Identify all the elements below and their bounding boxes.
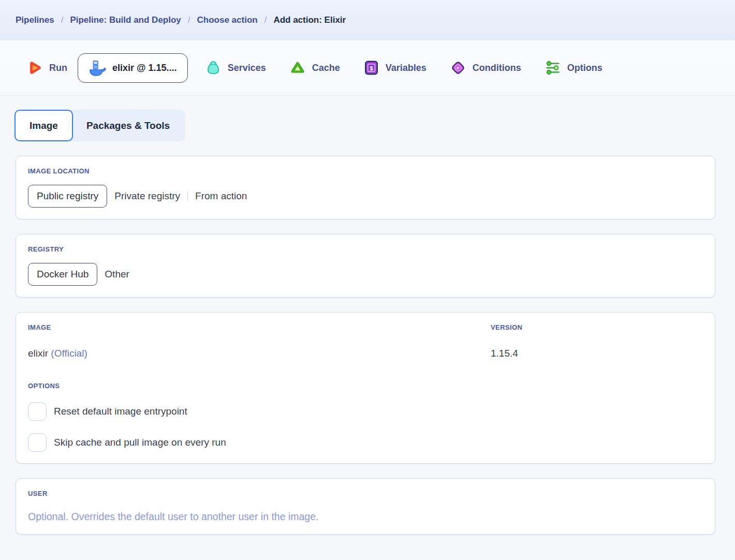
image-settings-card: IMAGE elixir (Official) VERSION 1.15.4 O… bbox=[16, 312, 715, 464]
skip-cache-checkbox[interactable] bbox=[28, 433, 47, 452]
breadcrumb-separator: / bbox=[188, 15, 190, 25]
tab-options[interactable]: Options bbox=[545, 60, 602, 76]
user-card: USER bbox=[16, 478, 715, 535]
option-from-action[interactable]: From action bbox=[188, 190, 254, 202]
version-field[interactable]: 1.15.4 bbox=[491, 348, 703, 359]
play-icon bbox=[27, 60, 42, 76]
tab-run-label: Run bbox=[49, 63, 67, 73]
image-location-title: IMAGE LOCATION bbox=[28, 167, 703, 175]
services-icon bbox=[205, 60, 221, 76]
tab-conditions[interactable]: IF Conditions bbox=[450, 60, 521, 76]
reset-entrypoint-row[interactable]: Reset default image entrypoint bbox=[28, 402, 703, 421]
version-title: VERSION bbox=[491, 323, 703, 331]
breadcrumb-header: Pipelines / Pipeline: Build and Deploy /… bbox=[0, 0, 735, 40]
breadcrumb-separator: / bbox=[61, 15, 64, 25]
tab-services[interactable]: Services bbox=[205, 60, 266, 76]
svg-text:IF: IF bbox=[457, 66, 460, 70]
tab-variables[interactable]: $ Variables bbox=[364, 60, 427, 76]
tab-cache[interactable]: Cache bbox=[290, 60, 340, 76]
variables-icon: $ bbox=[364, 60, 379, 76]
option-other[interactable]: Other bbox=[97, 269, 137, 280]
version-field-column: VERSION 1.15.4 bbox=[491, 323, 703, 359]
breadcrumb-choose-action[interactable]: Choose action bbox=[197, 15, 258, 25]
image-location-options: Public registry Private registry From ac… bbox=[28, 185, 703, 208]
svg-text:$: $ bbox=[370, 65, 373, 71]
reset-entrypoint-label[interactable]: Reset default image entrypoint bbox=[54, 406, 187, 417]
image-options-section: OPTIONS Reset default image entrypoint S… bbox=[28, 382, 703, 452]
cache-icon bbox=[290, 60, 305, 76]
image-location-card: IMAGE LOCATION Public registry Private r… bbox=[16, 156, 715, 219]
option-public-registry[interactable]: Public registry bbox=[28, 185, 107, 208]
tab-cache-label: Cache bbox=[312, 63, 340, 73]
skip-cache-row[interactable]: Skip cache and pull image on every run bbox=[28, 433, 703, 452]
tab-image[interactable]: Image bbox=[14, 110, 73, 141]
options-title: OPTIONS bbox=[28, 382, 703, 390]
tab-services-label: Services bbox=[228, 63, 266, 73]
breadcrumb-pipelines[interactable]: Pipelines bbox=[16, 15, 54, 25]
options-icon bbox=[545, 60, 561, 76]
registry-card: REGISTRY Docker Hub Other bbox=[16, 234, 715, 298]
registry-title: REGISTRY bbox=[28, 245, 703, 253]
docker-icon bbox=[89, 60, 106, 76]
image-name-value: elixir bbox=[28, 348, 48, 359]
breadcrumb-pipeline-build-and-deploy[interactable]: Pipeline: Build and Deploy bbox=[70, 15, 181, 25]
action-tab-bar: Run elixir @ 1.15.... Services Cache $ V… bbox=[0, 40, 735, 96]
official-badge-link[interactable]: (Official) bbox=[51, 348, 87, 359]
image-name-field[interactable]: elixir (Official) bbox=[28, 348, 491, 359]
user-input[interactable] bbox=[28, 511, 703, 523]
image-config-subtabs: Image Packages & Tools bbox=[14, 110, 185, 141]
tab-run[interactable]: Run bbox=[27, 60, 67, 76]
breadcrumb-separator: / bbox=[264, 15, 267, 25]
tab-current-action-label: elixir @ 1.15.... bbox=[112, 63, 177, 73]
registry-options: Docker Hub Other bbox=[28, 263, 703, 286]
option-private-registry[interactable]: Private registry bbox=[107, 190, 187, 202]
image-title: IMAGE bbox=[28, 323, 491, 331]
reset-entrypoint-checkbox[interactable] bbox=[28, 402, 47, 421]
conditions-icon: IF bbox=[450, 60, 466, 76]
breadcrumb: Pipelines / Pipeline: Build and Deploy /… bbox=[16, 15, 346, 25]
tab-conditions-label: Conditions bbox=[473, 63, 521, 73]
tab-current-action-elixir[interactable]: elixir @ 1.15.... bbox=[78, 53, 188, 83]
image-field-column: IMAGE elixir (Official) bbox=[28, 323, 491, 359]
breadcrumb-current-page: Add action: Elixir bbox=[273, 15, 346, 25]
option-docker-hub[interactable]: Docker Hub bbox=[28, 263, 97, 286]
tab-variables-label: Variables bbox=[386, 63, 427, 73]
tab-options-label: Options bbox=[567, 63, 602, 73]
user-title: USER bbox=[28, 490, 703, 497]
skip-cache-label[interactable]: Skip cache and pull image on every run bbox=[54, 437, 226, 448]
tab-packages-and-tools[interactable]: Packages & Tools bbox=[70, 110, 185, 141]
